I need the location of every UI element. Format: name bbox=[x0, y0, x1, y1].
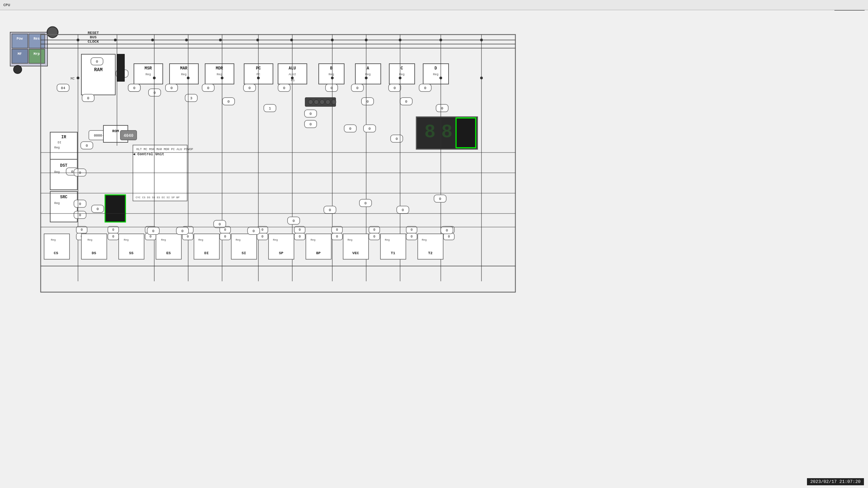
svg-text:Reg: Reg bbox=[273, 238, 278, 241]
svg-text:0: 0 bbox=[402, 208, 404, 212]
svg-point-19 bbox=[114, 39, 117, 41]
svg-point-81 bbox=[320, 100, 324, 104]
svg-text:0: 0 bbox=[86, 144, 88, 148]
svg-point-166 bbox=[77, 77, 79, 79]
svg-text:Reg: Reg bbox=[87, 238, 93, 241]
svg-point-174 bbox=[399, 77, 401, 79]
svg-text:Reg: Reg bbox=[433, 73, 438, 76]
svg-text:0: 0 bbox=[97, 207, 99, 211]
svg-text:Reg: Reg bbox=[54, 146, 60, 149]
svg-text:RAM: RAM bbox=[94, 67, 102, 73]
svg-point-171 bbox=[291, 77, 294, 79]
svg-text:Reg: Reg bbox=[329, 73, 334, 76]
timestamp: 2023/02/17 21:07:20 bbox=[807, 478, 864, 485]
svg-text:PS: PS bbox=[291, 79, 295, 82]
svg-rect-219 bbox=[269, 234, 294, 259]
svg-text:IR: IR bbox=[61, 135, 66, 140]
svg-text:0: 0 bbox=[150, 235, 152, 239]
svg-text:0: 0 bbox=[293, 219, 295, 223]
svg-text:SS: SS bbox=[129, 251, 134, 255]
svg-text:MF: MF bbox=[18, 52, 22, 56]
svg-text:0: 0 bbox=[224, 228, 226, 232]
svg-text:Reg: Reg bbox=[385, 238, 390, 241]
svg-point-24 bbox=[290, 39, 293, 41]
svg-text:0: 0 bbox=[79, 202, 81, 206]
svg-text:0: 0 bbox=[411, 228, 413, 232]
svg-rect-240 bbox=[380, 234, 406, 259]
svg-text:Reg: Reg bbox=[145, 73, 151, 76]
svg-text:0: 0 bbox=[424, 86, 427, 90]
svg-text:0: 0 bbox=[152, 229, 155, 233]
svg-text:0: 0 bbox=[364, 201, 367, 205]
svg-rect-5 bbox=[12, 49, 28, 63]
svg-text:Reg: Reg bbox=[51, 238, 56, 241]
svg-text:4040: 4040 bbox=[124, 134, 134, 138]
svg-text:Reg: Reg bbox=[399, 73, 405, 76]
svg-text:BUS: BUS bbox=[90, 35, 97, 39]
svg-rect-44 bbox=[117, 54, 124, 81]
svg-text:0: 0 bbox=[336, 228, 338, 232]
svg-rect-247 bbox=[418, 234, 443, 259]
svg-text:CLOCK: CLOCK bbox=[87, 40, 99, 44]
svg-text:Reg: Reg bbox=[54, 202, 60, 205]
svg-text:SRC: SRC bbox=[60, 195, 67, 200]
svg-text:0: 0 bbox=[394, 86, 396, 90]
svg-point-175 bbox=[439, 77, 442, 79]
svg-text:ROM: ROM bbox=[112, 129, 119, 133]
svg-text:A: A bbox=[367, 66, 369, 71]
svg-text:0: 0 bbox=[79, 213, 81, 217]
svg-text:Mrp: Mrp bbox=[34, 52, 40, 56]
title-bar: CPU bbox=[0, 0, 868, 10]
svg-text:0: 0 bbox=[448, 235, 450, 239]
svg-text:0: 0 bbox=[187, 235, 189, 239]
svg-point-21 bbox=[185, 39, 188, 41]
svg-text:Reg: Reg bbox=[348, 238, 353, 241]
svg-rect-177 bbox=[44, 234, 70, 259]
svg-rect-191 bbox=[119, 234, 144, 259]
svg-text:0: 0 bbox=[253, 229, 255, 233]
svg-rect-226 bbox=[306, 234, 331, 259]
svg-text:CYC CS  DS  SS  ES  DI  SI  SP: CYC CS DS SS ES DI SI SP BP bbox=[136, 196, 180, 199]
svg-text:◀ Control Unit: ◀ Control Unit bbox=[133, 152, 164, 156]
svg-text:MSR: MSR bbox=[144, 66, 152, 71]
svg-text:0: 0 bbox=[171, 86, 173, 90]
svg-point-23 bbox=[256, 39, 259, 41]
svg-point-176 bbox=[480, 77, 483, 79]
svg-text:T2: T2 bbox=[428, 251, 432, 255]
svg-rect-184 bbox=[81, 234, 107, 259]
svg-text:Reg: Reg bbox=[236, 238, 241, 241]
svg-point-9 bbox=[14, 65, 22, 74]
svg-text:0: 0 bbox=[396, 137, 398, 141]
svg-text:0: 0 bbox=[329, 208, 331, 212]
svg-text:0: 0 bbox=[405, 100, 408, 104]
svg-text:0: 0 bbox=[261, 228, 263, 232]
svg-text:HLT MC MSR MAR MDR PC  ALU PSW: HLT MC MSR MAR MDR PC ALU PSWOP bbox=[136, 148, 193, 151]
svg-point-170 bbox=[257, 77, 260, 79]
svg-text:0: 0 bbox=[261, 235, 263, 239]
svg-text:Pow: Pow bbox=[17, 37, 23, 41]
svg-text:Reg: Reg bbox=[311, 238, 316, 241]
svg-text:BP: BP bbox=[316, 251, 321, 255]
svg-text:0: 0 bbox=[224, 235, 226, 239]
svg-rect-7 bbox=[29, 49, 45, 63]
svg-text:0: 0 bbox=[349, 127, 352, 131]
svg-text:0: 0 bbox=[219, 222, 221, 226]
svg-text:0: 0 bbox=[336, 235, 338, 239]
svg-point-22 bbox=[219, 39, 222, 41]
svg-point-167 bbox=[153, 77, 156, 79]
svg-rect-118 bbox=[456, 118, 476, 148]
svg-text:0: 0 bbox=[283, 86, 285, 90]
svg-point-172 bbox=[331, 77, 334, 79]
svg-text:0: 0 bbox=[439, 197, 441, 201]
svg-text:0: 0 bbox=[310, 112, 312, 116]
svg-text:DS: DS bbox=[92, 251, 96, 255]
svg-text:SP: SP bbox=[279, 251, 283, 255]
svg-text:0: 0 bbox=[373, 228, 375, 232]
svg-text:Reg: Reg bbox=[161, 238, 166, 241]
svg-point-20 bbox=[151, 39, 154, 41]
svg-point-173 bbox=[365, 77, 368, 79]
svg-text:0: 0 bbox=[81, 228, 83, 232]
svg-text:0: 0 bbox=[441, 106, 443, 110]
svg-rect-149 bbox=[105, 195, 125, 222]
svg-text:Reg: Reg bbox=[54, 170, 60, 174]
